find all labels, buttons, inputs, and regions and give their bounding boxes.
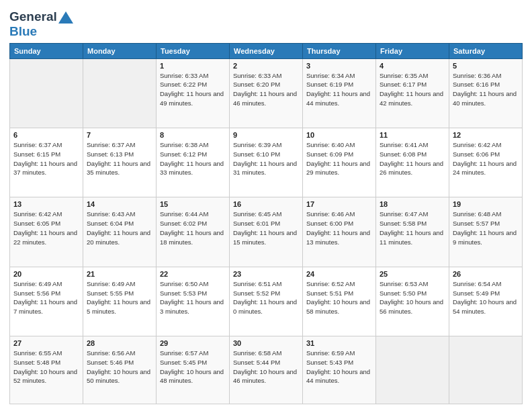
day-number: 16 [233,200,299,208]
day-number: 21 [87,270,152,278]
calendar-cell: 18Sunrise: 6:47 AM Sunset: 5:58 PM Dayli… [376,197,449,267]
weekday-header-row: SundayMondayTuesdayWednesdayThursdayFrid… [10,43,523,58]
day-number: 11 [380,131,445,139]
calendar-cell: 20Sunrise: 6:49 AM Sunset: 5:56 PM Dayli… [10,267,83,336]
day-info: Sunrise: 6:49 AM Sunset: 5:55 PM Dayligh… [87,279,152,316]
day-number: 8 [160,131,226,139]
day-info: Sunrise: 6:42 AM Sunset: 6:05 PM Dayligh… [13,210,79,246]
day-info: Sunrise: 6:49 AM Sunset: 5:56 PM Dayligh… [13,279,79,316]
day-info: Sunrise: 6:57 AM Sunset: 5:45 PM Dayligh… [160,349,226,385]
calendar-cell: 2Sunrise: 6:33 AM Sunset: 6:20 PM Daylig… [230,58,303,128]
svg-marker-0 [58,11,73,24]
calendar-cell: 30Sunrise: 6:58 AM Sunset: 5:44 PM Dayli… [230,336,303,404]
day-number: 19 [453,200,519,208]
day-info: Sunrise: 6:38 AM Sunset: 6:12 PM Dayligh… [160,140,226,177]
day-info: Sunrise: 6:35 AM Sunset: 6:17 PM Dayligh… [380,71,445,108]
day-info: Sunrise: 6:48 AM Sunset: 5:57 PM Dayligh… [453,210,519,246]
day-number: 2 [233,62,299,70]
day-number: 28 [87,339,152,347]
logo-line1: General [9,9,73,24]
calendar-cell: 23Sunrise: 6:51 AM Sunset: 5:52 PM Dayli… [230,267,303,336]
calendar-cell: 6Sunrise: 6:37 AM Sunset: 6:15 PM Daylig… [10,128,83,197]
calendar-cell [449,336,523,404]
day-number: 9 [233,131,299,139]
calendar-cell: 14Sunrise: 6:43 AM Sunset: 6:04 PM Dayli… [83,197,157,267]
day-number: 10 [306,131,372,139]
calendar-cell: 25Sunrise: 6:53 AM Sunset: 5:50 PM Dayli… [376,267,449,336]
day-number: 25 [380,270,445,278]
day-number: 4 [380,62,445,70]
calendar-cell: 17Sunrise: 6:46 AM Sunset: 6:00 PM Dayli… [303,197,376,267]
day-number: 12 [453,131,519,139]
day-number: 5 [453,62,519,70]
header: General Blue [9,7,523,39]
calendar-cell: 1Sunrise: 6:33 AM Sunset: 6:22 PM Daylig… [157,58,230,128]
day-info: Sunrise: 6:37 AM Sunset: 6:13 PM Dayligh… [87,140,152,177]
day-number: 18 [380,200,445,208]
calendar-cell: 15Sunrise: 6:44 AM Sunset: 6:02 PM Dayli… [157,197,230,267]
calendar-cell: 13Sunrise: 6:42 AM Sunset: 6:05 PM Dayli… [10,197,83,267]
day-info: Sunrise: 6:44 AM Sunset: 6:02 PM Dayligh… [160,210,226,246]
calendar-cell: 27Sunrise: 6:55 AM Sunset: 5:48 PM Dayli… [10,336,83,404]
calendar-cell: 16Sunrise: 6:45 AM Sunset: 6:01 PM Dayli… [230,197,303,267]
day-info: Sunrise: 6:36 AM Sunset: 6:16 PM Dayligh… [453,71,519,108]
calendar-table: SundayMondayTuesdayWednesdayThursdayFrid… [9,43,523,404]
day-info: Sunrise: 6:33 AM Sunset: 6:22 PM Dayligh… [160,71,226,108]
calendar-cell: 28Sunrise: 6:56 AM Sunset: 5:46 PM Dayli… [83,336,157,404]
calendar-cell: 3Sunrise: 6:34 AM Sunset: 6:19 PM Daylig… [303,58,376,128]
calendar-cell: 29Sunrise: 6:57 AM Sunset: 5:45 PM Dayli… [157,336,230,404]
day-info: Sunrise: 6:33 AM Sunset: 6:20 PM Dayligh… [233,71,299,108]
day-number: 17 [306,200,372,208]
day-info: Sunrise: 6:56 AM Sunset: 5:46 PM Dayligh… [87,349,152,385]
calendar-cell: 31Sunrise: 6:59 AM Sunset: 5:43 PM Dayli… [303,336,376,404]
calendar-cell: 4Sunrise: 6:35 AM Sunset: 6:17 PM Daylig… [376,58,449,128]
weekday-header-tuesday: Tuesday [157,43,230,58]
weekday-header-saturday: Saturday [449,43,523,58]
day-number: 24 [306,270,372,278]
day-info: Sunrise: 6:43 AM Sunset: 6:04 PM Dayligh… [87,210,152,246]
day-number: 14 [87,200,152,208]
calendar-cell: 10Sunrise: 6:40 AM Sunset: 6:09 PM Dayli… [303,128,376,197]
day-number: 23 [233,270,299,278]
weekday-header-friday: Friday [376,43,449,58]
day-info: Sunrise: 6:53 AM Sunset: 5:50 PM Dayligh… [380,279,445,316]
calendar-cell [83,58,157,128]
day-number: 29 [160,339,226,347]
day-number: 27 [13,339,79,347]
day-number: 26 [453,270,519,278]
day-number: 30 [233,339,299,347]
day-number: 31 [306,339,372,347]
day-info: Sunrise: 6:40 AM Sunset: 6:09 PM Dayligh… [306,140,372,177]
calendar-cell: 19Sunrise: 6:48 AM Sunset: 5:57 PM Dayli… [449,197,523,267]
day-info: Sunrise: 6:47 AM Sunset: 5:58 PM Dayligh… [380,210,445,246]
calendar-cell: 7Sunrise: 6:37 AM Sunset: 6:13 PM Daylig… [83,128,157,197]
day-number: 15 [160,200,226,208]
day-info: Sunrise: 6:34 AM Sunset: 6:19 PM Dayligh… [306,71,372,108]
calendar-cell: 12Sunrise: 6:42 AM Sunset: 6:06 PM Dayli… [449,128,523,197]
calendar-cell: 22Sunrise: 6:50 AM Sunset: 5:53 PM Dayli… [157,267,230,336]
day-number: 6 [13,131,79,139]
calendar-cell: 21Sunrise: 6:49 AM Sunset: 5:55 PM Dayli… [83,267,157,336]
day-info: Sunrise: 6:46 AM Sunset: 6:00 PM Dayligh… [306,210,372,246]
calendar-cell: 26Sunrise: 6:54 AM Sunset: 5:49 PM Dayli… [449,267,523,336]
day-info: Sunrise: 6:45 AM Sunset: 6:01 PM Dayligh… [233,210,299,246]
day-info: Sunrise: 6:59 AM Sunset: 5:43 PM Dayligh… [306,349,372,385]
day-info: Sunrise: 6:51 AM Sunset: 5:52 PM Dayligh… [233,279,299,316]
calendar-cell: 24Sunrise: 6:52 AM Sunset: 5:51 PM Dayli… [303,267,376,336]
day-info: Sunrise: 6:58 AM Sunset: 5:44 PM Dayligh… [233,349,299,385]
day-number: 1 [160,62,226,70]
day-info: Sunrise: 6:54 AM Sunset: 5:49 PM Dayligh… [453,279,519,316]
page: General Blue SundayMondayTuesdayWednesda… [0,0,532,411]
calendar-cell: 5Sunrise: 6:36 AM Sunset: 6:16 PM Daylig… [449,58,523,128]
calendar-cell [10,58,83,128]
day-info: Sunrise: 6:41 AM Sunset: 6:08 PM Dayligh… [380,140,445,177]
day-info: Sunrise: 6:52 AM Sunset: 5:51 PM Dayligh… [306,279,372,316]
day-number: 20 [13,270,79,278]
day-info: Sunrise: 6:50 AM Sunset: 5:53 PM Dayligh… [160,279,226,316]
logo: General Blue [9,9,73,39]
day-info: Sunrise: 6:37 AM Sunset: 6:15 PM Dayligh… [13,140,79,177]
calendar-cell: 11Sunrise: 6:41 AM Sunset: 6:08 PM Dayli… [376,128,449,197]
logo-line2: Blue [9,24,73,39]
day-number: 22 [160,270,226,278]
day-info: Sunrise: 6:42 AM Sunset: 6:06 PM Dayligh… [453,140,519,177]
